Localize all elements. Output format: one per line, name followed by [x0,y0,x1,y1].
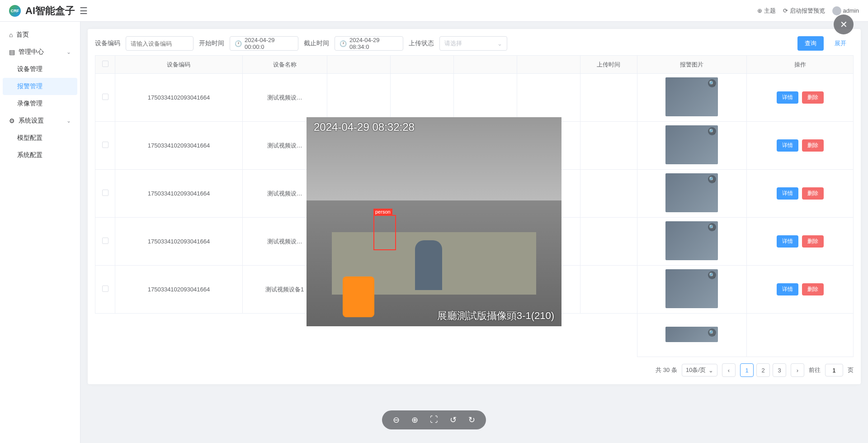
zoom-in-icon[interactable]: ⊕ [411,415,418,425]
viewer-toolbar: ⊖ ⊕ ⛶ ↺ ↻ [382,410,486,429]
image-viewer-overlay: 2024-04-29 08:32:28 展廳測試版攝像頭3-1(210) [0,0,868,443]
viewer-image[interactable]: 2024-04-29 08:32:28 展廳測試版攝像頭3-1(210) [307,117,561,326]
zoom-out-icon[interactable]: ⊖ [393,415,400,425]
detection-box [373,215,396,250]
fullscreen-icon[interactable]: ⛶ [430,415,438,425]
rotate-right-icon[interactable]: ↻ [468,415,475,425]
viewer-timestamp: 2024-04-29 08:32:28 [314,121,415,133]
viewer-watermark: 展廳測試版攝像頭3-1(210) [437,309,554,323]
viewer-close-button[interactable]: ✕ [834,14,854,34]
rotate-left-icon[interactable]: ↺ [450,415,457,425]
